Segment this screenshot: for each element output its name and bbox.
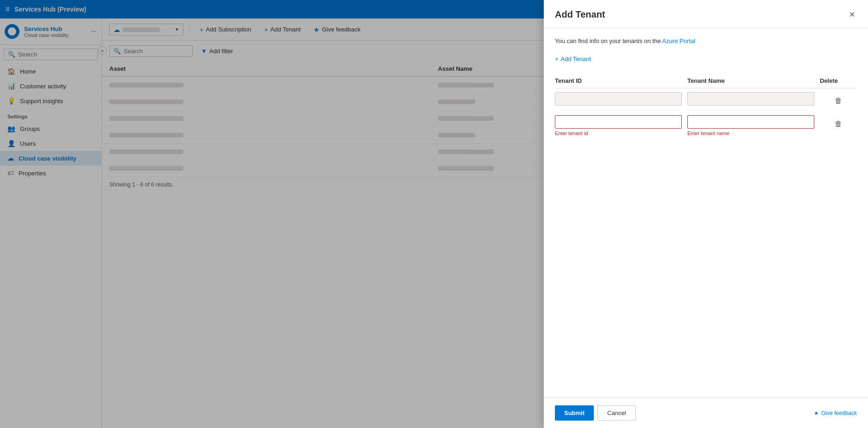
add-tenant-panel: Add Tenant ✕ You can find info on your t…	[544, 0, 868, 428]
tenant-name-col-label: Tenant Name	[687, 77, 814, 84]
tenant-name-group-2: Enter tenant name	[687, 115, 814, 136]
panel-footer-buttons: Submit Cancel	[555, 405, 636, 421]
submit-button[interactable]: Submit	[555, 405, 594, 421]
tenant-row-1: 🗑	[555, 92, 857, 108]
panel-title: Add Tenant	[555, 9, 605, 20]
tenant-name-group-1	[687, 92, 814, 105]
panel-body: You can find info on your tenants on the…	[544, 28, 868, 397]
panel-info-prefix: You can find info on your tenants on the	[555, 37, 662, 44]
add-tenant-panel-button[interactable]: + Add Tenant	[555, 54, 591, 64]
add-tenant-panel-label: Add Tenant	[561, 56, 591, 62]
tenant-id-group-1	[555, 92, 682, 105]
tenant-id-col-label: Tenant ID	[555, 77, 682, 84]
tenant-table-header: Tenant ID Tenant Name Delete	[555, 74, 857, 88]
panel-info-text: You can find info on your tenants on the…	[555, 37, 857, 44]
give-feedback-panel-icon: ★	[814, 410, 819, 416]
delete-row-2-button[interactable]: 🗑	[820, 117, 857, 131]
azure-portal-link[interactable]: Azure Portal	[662, 37, 696, 44]
give-feedback-panel-label: Give feedback	[821, 410, 857, 416]
panel-footer: Submit Cancel ★ Give feedback	[544, 397, 868, 428]
delete-row-1-button[interactable]: 🗑	[820, 94, 857, 108]
tenant-name-input-1[interactable]	[687, 92, 814, 105]
tenant-name-error-text: Enter tenant name	[687, 130, 814, 136]
tenant-name-input-2[interactable]	[687, 115, 814, 129]
add-tenant-plus-icon: +	[555, 56, 559, 62]
tenant-row-2: Enter tenant id Enter tenant name 🗑	[555, 115, 857, 136]
delete-col-label: Delete	[820, 77, 857, 84]
tenant-id-input-2[interactable]	[555, 115, 682, 129]
cancel-button[interactable]: Cancel	[598, 405, 635, 421]
tenant-id-group-2: Enter tenant id	[555, 115, 682, 136]
panel-header: Add Tenant ✕	[544, 0, 868, 28]
give-feedback-panel-link[interactable]: ★ Give feedback	[814, 410, 857, 416]
tenant-id-error-text: Enter tenant id	[555, 130, 682, 136]
tenant-id-input-1[interactable]	[555, 92, 682, 105]
panel-close-button[interactable]: ✕	[847, 9, 857, 20]
